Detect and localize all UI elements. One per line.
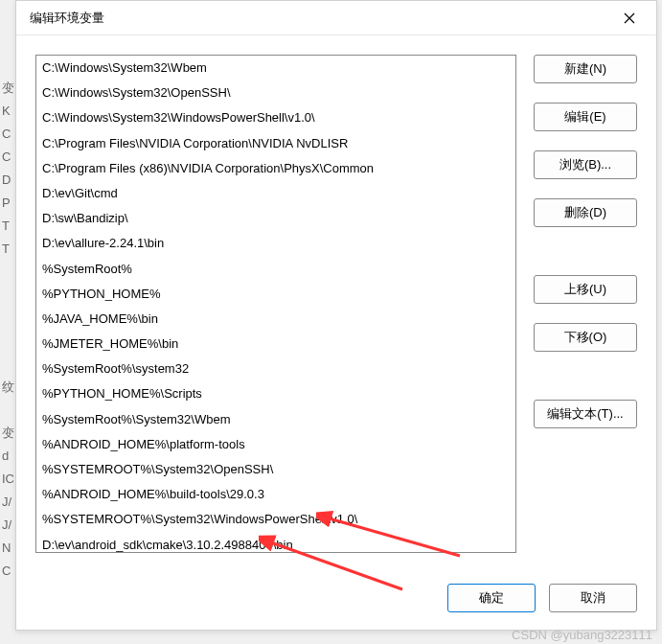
list-item[interactable]: %SYSTEMROOT%\System32\OpenSSH\ — [36, 457, 515, 482]
edit-env-var-dialog: 编辑环境变量 C:\Windows\System32\Wbem C:\Windo… — [15, 0, 657, 631]
close-button[interactable] — [610, 4, 649, 33]
browse-button[interactable]: 浏览(B)... — [534, 150, 637, 179]
dialog-footer: 确定 取消 — [16, 574, 656, 630]
list-item[interactable]: %PYTHON_HOME% — [36, 282, 515, 307]
list-item[interactable]: %SystemRoot%\system32 — [36, 356, 515, 381]
dialog-title: 编辑环境变量 — [30, 10, 610, 27]
list-item[interactable]: C:\Windows\System32\Wbem — [36, 56, 515, 80]
ok-button[interactable]: 确定 — [447, 584, 536, 612]
delete-button[interactable]: 删除(D) — [534, 198, 637, 227]
list-item[interactable]: %SYSTEMROOT%\System32\WindowsPowerShell\… — [36, 507, 515, 532]
list-item[interactable]: D:\ev\Git\cmd — [36, 181, 515, 206]
path-listbox[interactable]: C:\Windows\System32\Wbem C:\Windows\Syst… — [35, 55, 516, 553]
list-item[interactable]: C:\Program Files (x86)\NVIDIA Corporatio… — [36, 156, 515, 181]
background-partial-text: 变KCCDPTT纹变dICJ/J/NC — [2, 77, 14, 583]
titlebar: 编辑环境变量 — [16, 1, 656, 35]
dialog-content: C:\Windows\System32\Wbem C:\Windows\Syst… — [16, 35, 656, 574]
list-item[interactable]: %SystemRoot% — [36, 257, 515, 282]
move-up-button[interactable]: 上移(U) — [534, 275, 637, 304]
list-item[interactable]: %SystemRoot%\System32\Wbem — [36, 407, 515, 432]
list-item[interactable]: D:\sw\Bandizip\ — [36, 206, 515, 231]
edit-button[interactable]: 编辑(E) — [534, 103, 637, 131]
move-down-button[interactable]: 下移(O) — [534, 323, 637, 352]
cancel-button[interactable]: 取消 — [549, 584, 637, 612]
list-item[interactable]: C:\Windows\System32\OpenSSH\ — [36, 80, 515, 105]
list-item[interactable]: C:\Windows\System32\WindowsPowerShell\v1… — [36, 105, 515, 130]
close-icon — [624, 12, 635, 24]
list-item[interactable]: %JAVA_HOME%\bin — [36, 307, 515, 332]
edit-text-button[interactable]: 编辑文本(T)... — [534, 400, 637, 428]
list-item[interactable]: %ANDROID_HOME%\build-tools\29.0.3 — [36, 482, 515, 507]
list-item[interactable]: %JMETER_HOME%\bin — [36, 332, 515, 356]
list-item[interactable]: D:\ev\allure-2.24.1\bin — [36, 231, 515, 256]
list-item[interactable]: %ANDROID_HOME%\platform-tools — [36, 432, 515, 457]
list-item[interactable]: %PYTHON_HOME%\Scripts — [36, 381, 515, 406]
list-item[interactable]: D:\ev\android_sdk\cmake\3.10.2.4988404\b… — [36, 533, 515, 553]
new-button[interactable]: 新建(N) — [534, 55, 637, 83]
list-item[interactable]: C:\Program Files\NVIDIA Corporation\NVID… — [36, 131, 515, 156]
button-sidebar: 新建(N) 编辑(E) 浏览(B)... 删除(D) 上移(U) 下移(O) 编… — [534, 55, 637, 564]
watermark: CSDN @yubang3223111 — [512, 628, 652, 642]
list-container: C:\Windows\System32\Wbem C:\Windows\Syst… — [35, 55, 516, 564]
